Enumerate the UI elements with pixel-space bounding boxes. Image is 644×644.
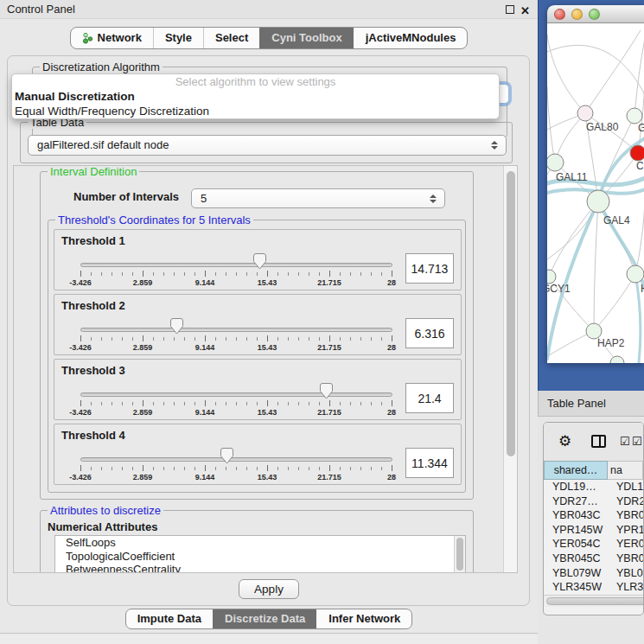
network-node[interactable] — [547, 270, 556, 284]
tab-cyni-toolbox[interactable]: Cyni Toolbox — [259, 28, 353, 48]
network-node[interactable] — [630, 145, 644, 161]
number-of-intervals-label: Number of Intervals — [73, 190, 179, 203]
slider-track[interactable] — [80, 263, 392, 267]
dropdown-option-manual[interactable]: Manual Discretization — [12, 89, 499, 104]
cell-name: YLR3… — [608, 580, 643, 595]
table-row[interactable]: YDL19…YDL1… — [544, 480, 643, 494]
cell-shared-name: YLR345W — [544, 580, 608, 595]
close-traffic-light-icon[interactable] — [554, 9, 565, 20]
threshold-value-field[interactable]: 14.713 — [405, 253, 454, 284]
network-node[interactable] — [587, 190, 609, 213]
desktop-background: GAL80GACGAL11GAL4GCY1HHAP2 — [538, 0, 644, 391]
apply-button[interactable]: Apply — [239, 579, 299, 599]
tab-select[interactable]: Select — [203, 28, 259, 48]
table-row[interactable]: YBL079WYBL0… — [544, 566, 643, 581]
slider-tick-label: 9.144 — [195, 343, 215, 352]
network-window-titlebar — [547, 5, 644, 23]
table-data-group: Table Data galFiltered.sif default node — [20, 122, 513, 163]
slider-major-tick — [392, 465, 392, 471]
column-header-name[interactable]: na — [608, 461, 643, 480]
slider-thumb[interactable] — [253, 253, 266, 270]
network-canvas[interactable]: GAL80GACGAL11GAL4GCY1HHAP2 — [547, 23, 644, 363]
table-row[interactable]: YBR043CYBR0… — [544, 508, 643, 523]
interval-definition-group: Interval Definition Number of Intervals … — [40, 171, 474, 500]
tab-infer-network[interactable]: Infer Network — [316, 609, 411, 628]
attribute-list-item[interactable]: TopologicalCoefficient — [55, 550, 465, 564]
slider-minor-ticks — [80, 272, 393, 276]
slider-track[interactable] — [80, 392, 392, 397]
float-window-icon[interactable] — [506, 5, 514, 14]
scrollbar-thumb[interactable] — [546, 597, 644, 605]
scrollbar-thumb[interactable] — [507, 171, 515, 456]
slider-track[interactable] — [80, 457, 392, 462]
threshold-value-field[interactable]: 11.344 — [405, 448, 454, 478]
checkbox-icon[interactable]: ☑ — [620, 435, 630, 448]
network-node[interactable] — [547, 154, 564, 171]
threshold-label: Threshold 2 — [61, 299, 125, 312]
table-row[interactable]: YPR145WYPR1… — [544, 523, 643, 538]
control-panel-titlebar: Control Panel ✕ — [0, 0, 538, 19]
tab-style[interactable]: Style — [153, 28, 203, 48]
cell-name: YBR0… — [608, 552, 643, 566]
scrollbar-thumb[interactable] — [456, 538, 463, 571]
slider-minor-ticks — [80, 337, 393, 341]
network-graph[interactable]: GAL80GACGAL11GAL4GCY1HHAP2 — [547, 23, 644, 363]
column-header-shared-name[interactable]: shared… — [544, 461, 608, 480]
tab-jactivemnodules[interactable]: jActiveMNodules — [354, 28, 468, 48]
table-row[interactable]: YER054CYER0… — [544, 537, 643, 552]
window-title: Control Panel — [7, 3, 75, 16]
dropdown-option-equal-width[interactable]: Equal Width/Frequency Discretization — [12, 104, 499, 118]
slider-track[interactable] — [80, 328, 392, 332]
group-title: Interval Definition — [48, 166, 139, 178]
combobox-spinner-icon — [491, 141, 498, 150]
threshold-value-field[interactable]: 21.4 — [405, 383, 454, 413]
tab-discretize-data[interactable]: Discretize Data — [213, 609, 316, 628]
thresholds-group: Threshold's Coordinates for 5 Intervals … — [48, 220, 466, 493]
network-nodes: GAL80GACGAL11GAL4GCY1HHAP2 — [547, 105, 644, 363]
slider-major-tick — [392, 271, 392, 277]
combobox-value: galFiltered.sif default node — [37, 136, 169, 155]
slider-thumb[interactable] — [220, 448, 233, 464]
slider-tick-label: 28 — [387, 408, 396, 417]
control-panel-window: Control Panel ✕ Network Style Select — [0, 0, 538, 634]
slider-thumb[interactable] — [320, 383, 333, 399]
slider-major-tick — [392, 335, 392, 341]
cell-name: YER0… — [608, 537, 643, 552]
vertical-scrollbar[interactable] — [503, 166, 517, 572]
number-of-intervals-combobox[interactable]: 5 — [191, 188, 445, 208]
table-row[interactable]: YBR045CYBR0… — [544, 552, 643, 566]
network-node[interactable] — [577, 105, 593, 121]
table-data-combobox[interactable]: galFiltered.sif default node — [28, 135, 507, 156]
attributes-list-scrollbar[interactable] — [454, 536, 465, 572]
close-icon[interactable]: ✕ — [520, 2, 530, 21]
threshold-label: Threshold 3 — [61, 364, 125, 377]
tab-label: Network — [98, 28, 142, 48]
threshold-value-field[interactable]: 6.316 — [405, 318, 454, 348]
attribute-list-item[interactable]: SelfLoops — [55, 536, 465, 550]
attributes-to-discretize-group: Attributes to discretize Numerical Attri… — [40, 510, 474, 572]
gear-icon[interactable]: ⚙ — [558, 432, 571, 450]
group-title: Threshold's Coordinates for 5 Intervals — [55, 214, 253, 226]
cell-shared-name: YER054C — [544, 537, 608, 552]
table-panel-area: ⚙ ☑ ☑ shared… na YDL19…YDL1…YDR27…YDR2…Y… — [538, 417, 644, 644]
slider-tick-label: 15.43 — [258, 278, 277, 287]
slider-thumb[interactable] — [170, 318, 183, 335]
slider-major-tick — [267, 465, 268, 471]
attribute-list-item[interactable]: BetweennessCentrality — [55, 563, 465, 572]
minimize-traffic-light-icon[interactable] — [571, 9, 583, 20]
checkbox-icon[interactable]: ☑ — [632, 435, 642, 448]
slider-major-tick — [267, 335, 268, 341]
network-node[interactable] — [610, 356, 624, 363]
network-node[interactable] — [627, 265, 644, 283]
tab-impute-data[interactable]: Impute Data — [126, 609, 213, 628]
tab-network[interactable]: Network — [71, 28, 153, 48]
slider-tick-label: 9.144 — [195, 408, 215, 417]
slider-tick-label: 2.859 — [133, 278, 153, 287]
cell-shared-name: YPR145W — [544, 523, 608, 538]
zoom-traffic-light-icon[interactable] — [589, 9, 600, 20]
horizontal-scrollbar[interactable] — [544, 595, 643, 607]
columns-icon[interactable] — [591, 435, 606, 448]
table-row[interactable]: YLR345WYLR3… — [544, 580, 643, 595]
settings-scrollpane: Interval Definition Number of Intervals … — [13, 165, 518, 573]
table-row[interactable]: YDR27…YDR2… — [544, 494, 643, 509]
